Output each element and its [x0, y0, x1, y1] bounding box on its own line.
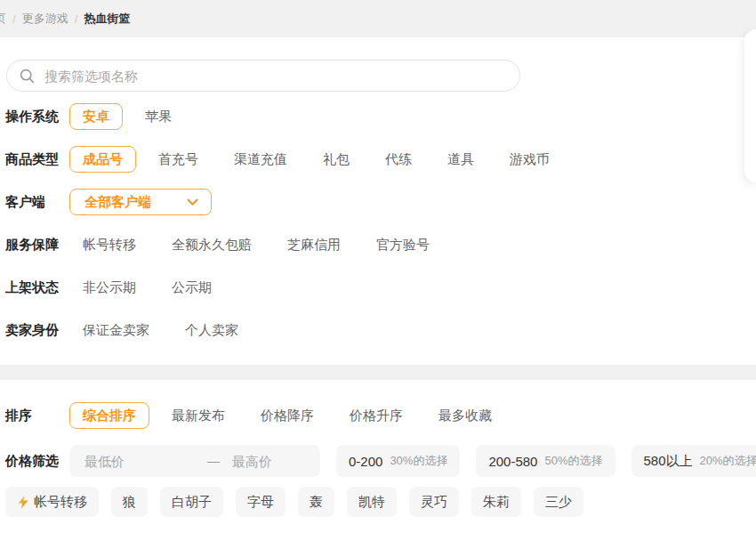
filter-row-client: 客户端 全部客户端: [0, 181, 756, 223]
price-range-dash: —: [207, 454, 220, 468]
seller-option-deposit[interactable]: 保证金卖家: [69, 317, 163, 343]
price-preset-share: 30%的选择: [390, 453, 447, 469]
filter-row-product-type: 商品类型 成品号 首充号 渠道充值 礼包 代练 道具 游戏币: [0, 138, 756, 181]
breadcrumb-more-games-link[interactable]: 更多游戏: [22, 11, 68, 27]
chevron-down-icon: [187, 198, 198, 206]
tag-item[interactable]: 轰: [298, 487, 334, 517]
price-preset-range: 580以上: [644, 453, 693, 470]
price-preset-range: 200-580: [488, 454, 537, 469]
client-dropdown[interactable]: 全部客户端: [69, 189, 212, 215]
search-input[interactable]: [43, 68, 507, 85]
filter-label-client: 客户端: [5, 194, 69, 211]
os-option-android[interactable]: 安卓: [69, 103, 123, 130]
lightning-icon: [17, 496, 29, 509]
tag-account-transfer[interactable]: 帐号转移: [5, 487, 99, 517]
section-divider: [0, 365, 756, 380]
filter-row-seller-identity: 卖家身份 保证金卖家 个人卖家: [0, 309, 756, 351]
breadcrumb-current-page: 热血街篮: [84, 11, 130, 27]
type-option-gift-pack[interactable]: 礼包: [310, 146, 363, 173]
client-dropdown-value: 全部客户端: [84, 190, 151, 214]
status-option-non-public[interactable]: 非公示期: [69, 274, 149, 301]
min-price-input[interactable]: [83, 453, 207, 470]
filter-label-guarantee: 服务保障: [5, 237, 69, 254]
sort-option-most-favorited[interactable]: 最多收藏: [425, 402, 505, 429]
price-preset-share: 20%的选择: [700, 453, 756, 469]
filter-label-seller-identity: 卖家身份: [5, 322, 69, 339]
filter-label-os: 操作系统: [5, 109, 69, 125]
price-range-box: —: [69, 445, 320, 477]
right-floating-panel[interactable]: [744, 29, 756, 182]
type-option-first-charge[interactable]: 首充号: [145, 146, 212, 173]
tag-item[interactable]: 三少: [534, 487, 583, 517]
breadcrumb-separator: /: [75, 12, 78, 26]
tag-label: 帐号转移: [34, 494, 87, 511]
breadcrumb-home-link[interactable]: 页: [0, 11, 6, 27]
os-option-ios[interactable]: 苹果: [132, 103, 185, 130]
tag-item[interactable]: 字母: [236, 487, 286, 517]
tag-item[interactable]: 狼: [111, 487, 148, 517]
seller-option-personal[interactable]: 个人卖家: [172, 317, 252, 343]
breadcrumb-separator: /: [12, 12, 16, 26]
filter-row-guarantee: 服务保障 帐号转移 全额永久包赔 芝麻信用 官方验号: [0, 223, 756, 266]
price-filter-label: 价格筛选: [5, 453, 69, 470]
tag-item[interactable]: 凯特: [347, 487, 397, 517]
price-preset-0-200[interactable]: 0-200 30%的选择: [336, 445, 460, 477]
tag-item[interactable]: 朱莉: [471, 487, 521, 517]
price-preset-580-plus[interactable]: 580以上 20%的选择: [631, 445, 756, 477]
price-preset-share: 50%的选择: [544, 453, 602, 469]
price-filter-row: 价格筛选 — 0-200 30%的选择 200-580 50%的选择 580以上…: [0, 437, 756, 485]
type-option-item[interactable]: 道具: [434, 146, 487, 173]
sort-label: 排序: [5, 408, 69, 424]
status-option-public[interactable]: 公示期: [158, 274, 225, 301]
guarantee-option-zhima-credit[interactable]: 芝麻信用: [274, 231, 354, 258]
sort-option-price-asc[interactable]: 价格升序: [336, 402, 416, 429]
sort-option-newest[interactable]: 最新发布: [158, 402, 238, 429]
tag-item[interactable]: 灵巧: [409, 487, 459, 517]
filter-row-os: 操作系统 安卓 苹果: [0, 95, 756, 138]
breadcrumb: 页 / 更多游戏 / 热血街篮: [0, 11, 130, 27]
search-icon: [20, 69, 35, 84]
price-preset-200-580[interactable]: 200-580 50%的选择: [476, 445, 615, 477]
price-preset-range: 0-200: [349, 454, 382, 469]
type-option-finished-account[interactable]: 成品号: [69, 146, 136, 173]
type-option-channel-recharge[interactable]: 渠道充值: [221, 146, 301, 173]
breadcrumb-band: 页 / 更多游戏 / 热血街篮: [0, 0, 756, 37]
sort-option-combined[interactable]: 综合排序: [69, 402, 149, 429]
guarantee-option-official-verify[interactable]: 官方验号: [363, 231, 443, 258]
sort-option-price-desc[interactable]: 价格降序: [247, 402, 327, 429]
sort-row: 排序 综合排序 最新发布 价格降序 价格升序 最多收藏: [0, 394, 756, 437]
filter-label-listing-status: 上架状态: [5, 279, 69, 296]
type-option-game-coin[interactable]: 游戏币: [496, 146, 563, 173]
filter-label-product-type: 商品类型: [5, 151, 69, 168]
guarantee-option-full-refund[interactable]: 全额永久包赔: [158, 231, 265, 258]
quick-tag-row: 帐号转移 狼 白胡子 字母 轰 凯特 灵巧 朱莉 三少: [5, 487, 756, 517]
guarantee-option-account-transfer[interactable]: 帐号转移: [69, 231, 149, 258]
type-option-boosting[interactable]: 代练: [372, 146, 425, 173]
max-price-input[interactable]: [230, 453, 310, 470]
filter-search-bar[interactable]: [6, 60, 520, 92]
tag-item[interactable]: 白胡子: [160, 487, 223, 517]
filter-row-listing-status: 上架状态 非公示期 公示期: [0, 266, 756, 309]
